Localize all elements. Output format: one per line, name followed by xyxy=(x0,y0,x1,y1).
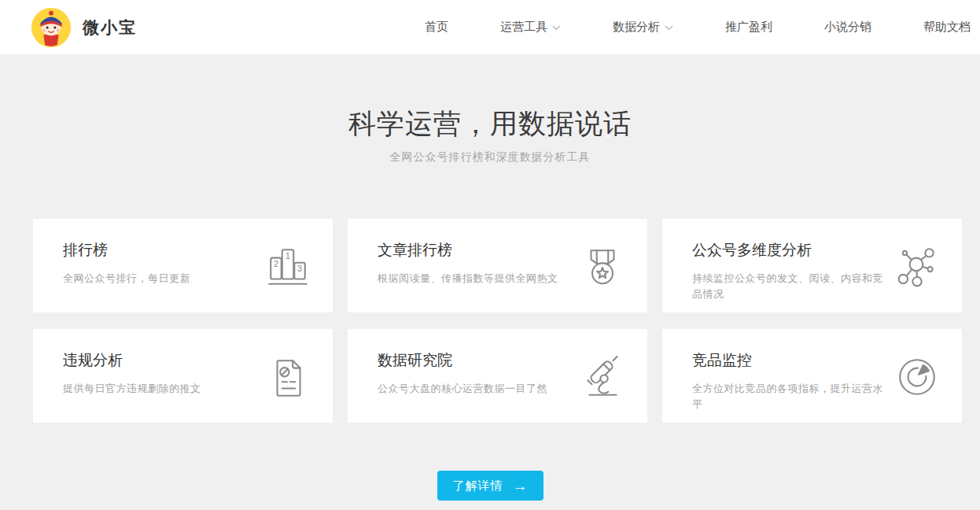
svg-text:3: 3 xyxy=(297,264,302,273)
card-text: 违规分析 提供每日官方违规删除的推文 xyxy=(63,350,261,397)
ranking-podium-icon: 2 1 3 xyxy=(265,244,311,290)
card-description: 持续监控公众号的发文、阅读、内容和竞品情况 xyxy=(692,271,890,301)
nav-item-label: 运营工具 xyxy=(500,20,547,35)
card-description: 提供每日官方违规删除的推文 xyxy=(63,381,261,397)
card-text: 竞品监控 全方位对比竞品的各项指标，提升运营水平 xyxy=(692,350,890,412)
nav-item-data-analysis[interactable]: 数据分析 xyxy=(613,20,673,35)
card-text: 公众号多维度分析 持续监控公众号的发文、阅读、内容和竞品情况 xyxy=(692,240,890,301)
hero-title: 科学运营，用数据说话 xyxy=(0,107,980,140)
chevron-down-icon xyxy=(665,25,673,31)
card-description: 全方位对比竞品的各项指标，提升运营水平 xyxy=(692,381,890,412)
card-text: 排行榜 全网公众号排行，每日更新 xyxy=(63,240,261,286)
chevron-down-icon xyxy=(552,25,561,31)
card-title: 排行榜 xyxy=(63,240,261,261)
card-title: 竞品监控 xyxy=(692,350,890,371)
arrow-right-icon: → xyxy=(513,479,528,493)
card-title: 数据研究院 xyxy=(378,350,576,371)
svg-text:2: 2 xyxy=(274,259,278,268)
card-competitor-monitoring[interactable]: 竞品监控 全方位对比竞品的各项指标，提升运营水平 xyxy=(662,329,962,423)
card-text: 文章排行榜 根据阅读量、传播指数等提供全网热文 xyxy=(378,240,576,286)
nav-item-novel-distribution[interactable]: 小说分销 xyxy=(824,20,871,35)
card-description: 根据阅读量、传播指数等提供全网热文 xyxy=(378,271,576,286)
nav-item-promotion-profit[interactable]: 推广盈利 xyxy=(725,20,772,35)
violation-document-icon xyxy=(265,354,311,400)
card-title: 公众号多维度分析 xyxy=(692,240,890,261)
hero-subtitle: 全网公众号排行榜和深度数据分析工具 xyxy=(0,151,980,162)
top-navbar: 微小宝 首页 运营工具 数据分析 推广盈利 小说分销 帮助文档 xyxy=(0,0,980,55)
card-description: 全网公众号排行，每日更新 xyxy=(63,271,261,286)
card-title: 文章排行榜 xyxy=(378,240,576,261)
svg-text:1: 1 xyxy=(286,251,290,261)
nav-item-label: 小说分销 xyxy=(824,20,871,35)
brand-name[interactable]: 微小宝 xyxy=(83,17,137,39)
nav-item-home[interactable]: 首页 xyxy=(425,20,448,35)
main-nav: 首页 运营工具 数据分析 推广盈利 小说分销 帮助文档 xyxy=(425,20,971,35)
learn-more-label: 了解详情 xyxy=(453,479,503,493)
card-text: 数据研究院 公众号大盘的核心运营数据一目了然 xyxy=(378,350,576,397)
learn-more-button[interactable]: 了解详情 → xyxy=(437,471,543,501)
card-description: 公众号大盘的核心运营数据一目了然 xyxy=(378,381,576,397)
card-multi-dimension-analysis[interactable]: 公众号多维度分析 持续监控公众号的发文、阅读、内容和竞品情况 xyxy=(662,219,962,312)
card-ranking[interactable]: 排行榜 全网公众号排行，每日更新 2 1 3 xyxy=(33,219,333,312)
feature-cards-grid: 排行榜 全网公众号排行，每日更新 2 1 3 文章排行榜 根据阅读量、传播指数等… xyxy=(33,219,980,423)
card-article-ranking[interactable]: 文章排行榜 根据阅读量、传播指数等提供全网热文 xyxy=(348,219,647,312)
nav-item-label: 推广盈利 xyxy=(725,20,772,35)
card-title: 违规分析 xyxy=(63,350,261,371)
card-violation-analysis[interactable]: 违规分析 提供每日官方违规删除的推文 xyxy=(33,329,333,423)
article-medal-icon xyxy=(580,244,625,290)
cta-section: 了解详情 → xyxy=(0,471,980,501)
nav-item-label: 首页 xyxy=(425,20,448,35)
competitor-gauge-icon xyxy=(894,354,940,400)
nav-item-label: 数据分析 xyxy=(613,20,660,35)
research-microscope-icon xyxy=(580,354,625,400)
weixiaobao-logo-icon[interactable] xyxy=(30,6,72,49)
nav-item-operation-tools[interactable]: 运营工具 xyxy=(500,20,561,35)
multi-dimension-network-icon xyxy=(894,244,940,290)
card-data-research[interactable]: 数据研究院 公众号大盘的核心运营数据一目了然 xyxy=(348,329,647,423)
nav-item-label: 帮助文档 xyxy=(923,20,971,35)
nav-item-help-docs[interactable]: 帮助文档 xyxy=(923,20,971,35)
